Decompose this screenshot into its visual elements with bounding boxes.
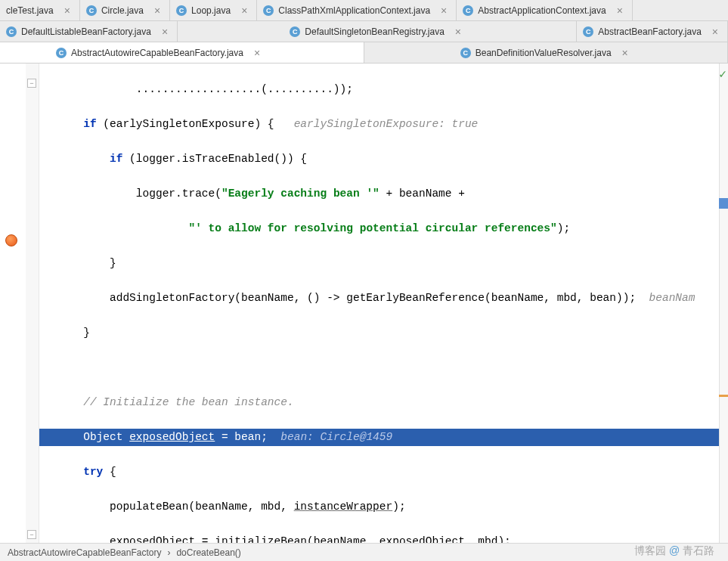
breakpoint-icon[interactable] [5, 234, 18, 247]
tab-label: Loop.java [191, 5, 231, 16]
class-icon: C [86, 5, 97, 16]
breadcrumb-class[interactable]: AbstractAutowireCapableBeanFactory [8, 547, 161, 558]
tab-abstractbean[interactable]: C AbstractBeanFactory.java × [577, 21, 728, 42]
tab-circle[interactable]: C Circle.java × [80, 0, 170, 20]
tab-label: DefaultSingletonBeanRegistry.java [305, 26, 445, 37]
gutter[interactable]: − − [0, 64, 39, 543]
class-icon: C [176, 5, 187, 16]
close-icon[interactable]: × [615, 5, 624, 17]
tab-row-2: C DefaultListableBeanFactory.java × C De… [0, 21, 728, 42]
tab-abstractapp[interactable]: C AbstractApplicationContext.java × [457, 0, 633, 20]
class-icon: C [583, 26, 593, 37]
chevron-right-icon: › [167, 547, 170, 558]
stripe-marker[interactable] [719, 198, 728, 209]
close-icon[interactable]: × [160, 26, 169, 38]
tab-label: AbstractAutowireCapableBeanFactory.java [71, 48, 243, 58]
close-icon[interactable]: × [240, 5, 249, 17]
tab-row-1: cleTest.java × C Circle.java × C Loop.ja… [0, 0, 728, 21]
breadcrumb[interactable]: AbstractAutowireCapableBeanFactory › doC… [0, 543, 728, 561]
tab-label: ClassPathXmlApplicationContext.java [278, 5, 430, 16]
class-icon: C [290, 26, 300, 37]
close-icon[interactable]: × [439, 5, 448, 17]
close-icon[interactable]: × [63, 5, 72, 17]
tab-label: Circle.java [101, 5, 144, 16]
tab-circletest[interactable]: cleTest.java × [0, 0, 80, 20]
checkmark-icon: ✓ [719, 67, 726, 84]
current-execution-line: Object exposedObject = bean; bean: Circl… [39, 429, 728, 446]
tab-label: DefaultListableBeanFactory.java [21, 26, 151, 37]
breadcrumb-method[interactable]: doCreateBean() [176, 547, 240, 558]
close-icon[interactable]: × [153, 5, 162, 17]
close-icon[interactable]: × [711, 26, 720, 38]
tab-defaultlistable[interactable]: C DefaultListableBeanFactory.java × [0, 21, 178, 42]
stripe-marker[interactable] [719, 395, 728, 397]
tab-label: cleTest.java [6, 5, 54, 16]
close-icon[interactable]: × [252, 47, 262, 59]
tab-classpath[interactable]: C ClassPathXmlApplicationContext.java × [257, 0, 457, 20]
class-icon: C [263, 5, 274, 16]
tab-row-3: C AbstractAutowireCapableBeanFactory.jav… [0, 42, 728, 64]
tab-label: AbstractApplicationContext.java [478, 5, 606, 16]
watermark: 博客园 @ 青石路 [634, 544, 714, 558]
class-icon: C [460, 48, 471, 58]
tab-label: BeanDefinitionValueResolver.java [476, 48, 612, 58]
fold-icon[interactable]: − [27, 79, 36, 88]
class-icon: C [56, 48, 67, 58]
code-editor[interactable]: ...................(..........)); if (ea… [39, 64, 728, 543]
class-icon: C [6, 26, 17, 37]
tab-label: AbstractBeanFactory.java [598, 26, 702, 37]
close-icon[interactable]: × [621, 47, 630, 59]
tab-beandefinition[interactable]: C BeanDefinitionValueResolver.java × [364, 42, 729, 63]
error-stripe[interactable]: ✓ [719, 64, 728, 543]
tab-defaultsingleton[interactable]: C DefaultSingletonBeanRegistry.java × [178, 21, 577, 42]
tab-abstractautowire[interactable]: C AbstractAutowireCapableBeanFactory.jav… [0, 42, 364, 63]
fold-icon[interactable]: − [27, 530, 36, 539]
close-icon[interactable]: × [454, 26, 463, 38]
class-icon: C [463, 5, 473, 16]
editor-area: − − ...................(..........)); if… [0, 64, 728, 543]
tab-loop[interactable]: C Loop.java × [170, 0, 257, 20]
